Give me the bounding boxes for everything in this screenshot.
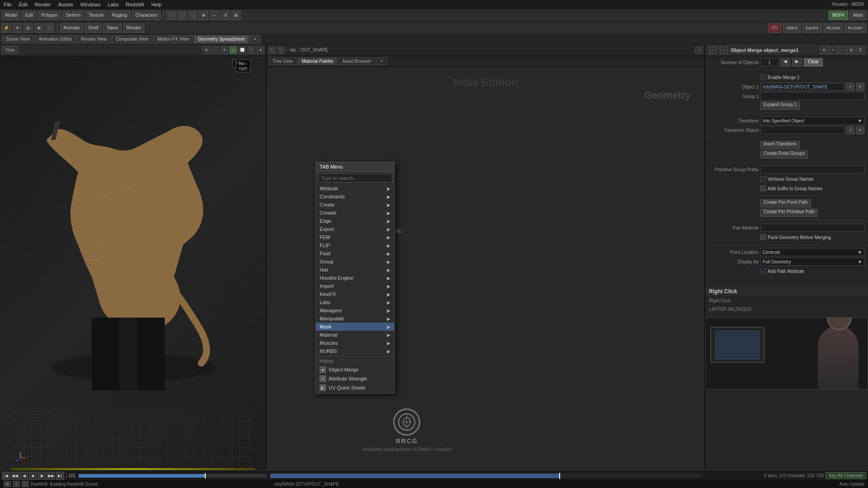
create-per-point-path-btn[interactable]: Create Per-Point Path — [760, 199, 811, 207]
tab-tree-view[interactable]: Tree View — [269, 57, 297, 65]
vp-tb-icon2[interactable]: ↔ — [212, 47, 219, 54]
tab-menu-item-managers[interactable]: Managers ▶ — [316, 306, 394, 314]
tb2-icon2[interactable]: ☀ — [13, 23, 22, 33]
tab-menu-recent-objectmerge[interactable]: ◈ Object Merge — [316, 365, 394, 374]
tb-icon6[interactable]: ↺ — [221, 11, 230, 20]
num-objects-input[interactable] — [760, 58, 778, 66]
tb-icon2[interactable]: ⬛ — [177, 11, 186, 20]
tab-menu-item-fluid[interactable]: Fluid ▶ — [316, 249, 394, 258]
tab-menu-item-group[interactable]: Group ▶ — [316, 258, 394, 266]
pair-attribute-value[interactable] — [760, 224, 864, 232]
tab-menu-recent-attrwrangle[interactable]: ✎ Attribute Wrangle — [316, 374, 394, 383]
transform-object-browse[interactable]: ↗ — [846, 126, 854, 134]
tb2-icon5[interactable]: 🎵 — [45, 23, 54, 33]
tab-geometry-spreadsheet[interactable]: Geometry Spreadsheet — [194, 35, 249, 43]
rp-icon-left2[interactable]: → — [720, 46, 728, 54]
display-as-dropdown[interactable]: Full Geometry ▼ — [760, 258, 864, 266]
mode-select[interactable]: Model — [2, 11, 20, 20]
tab-render-view[interactable]: Render View — [77, 35, 111, 43]
tb-icon3[interactable]: ⬛ — [188, 11, 197, 20]
viewport-content[interactable]: Perso No cam — [0, 56, 266, 470]
num-objects-up-btn[interactable]: ▶ — [792, 58, 802, 66]
menu-labs[interactable]: Labs — [106, 2, 120, 7]
tab-menu-item-kinefx[interactable]: KineFX ▶ — [316, 290, 394, 298]
tab-menu-item-crowds[interactable]: Crowds ▶ — [316, 209, 394, 217]
tab-menu-item-fem[interactable]: FEM ▶ — [316, 233, 394, 241]
verbose-group-names-checkbox[interactable]: ✓ — [760, 176, 766, 182]
status-icon2[interactable]: ⊙ — [13, 481, 20, 487]
tb-icon1[interactable]: ⬛ — [166, 11, 175, 20]
key-all-channels-btn[interactable]: Key All Channels — [826, 472, 866, 479]
primitive-group-prefix-value[interactable] — [760, 165, 864, 174]
tab-menu-item-material[interactable]: Material ▶ — [316, 331, 394, 339]
tab-menu-item-edge[interactable]: Edge ▶ — [316, 217, 394, 225]
main-dropdown[interactable]: Main — [850, 11, 866, 20]
tab-menu-item-manipulate[interactable]: Manipulate ▶ — [316, 314, 394, 323]
rs-btn[interactable]: RS — [769, 23, 781, 33]
tab-menu-recent-uvquickshade[interactable]: ◧ UV Quick Shade — [316, 383, 394, 392]
menu-file[interactable]: File — [2, 2, 14, 7]
tb2-icon4[interactable]: ⊕ — [34, 23, 43, 33]
tab-menu-item-nurbs[interactable]: NURBS ▶ — [316, 347, 394, 355]
tl-play-rev-btn[interactable]: ◀ — [20, 472, 28, 480]
tab-menu-item-constraints[interactable]: Constraints ▶ — [316, 192, 394, 201]
tb2-render[interactable]: Render — [123, 23, 145, 33]
transform-object-clear[interactable]: ✕ — [856, 126, 864, 134]
tb2-extra2[interactable]: GeoFX — [802, 23, 822, 33]
tab-menu-item-muscles[interactable]: Muscles ▶ — [316, 339, 394, 347]
tab-menu-search-input[interactable] — [318, 174, 392, 183]
tb2-extra1[interactable]: ObjFX — [783, 23, 801, 33]
pack-geometry-checkbox[interactable]: □ — [760, 235, 766, 240]
tab-menu-item-houdiniengine[interactable]: Houdini Engine ▶ — [316, 274, 394, 282]
create-per-primitive-path-btn[interactable]: Create Per-Primitive Path — [760, 209, 818, 217]
tb-icon7[interactable]: ⊞ — [231, 11, 241, 20]
rigging-btn[interactable]: Rigging — [108, 11, 130, 20]
tab-menu-item-import[interactable]: Import ▶ — [316, 282, 394, 290]
polygon-btn[interactable]: Polygon — [38, 11, 61, 20]
tb2-takes[interactable]: Takes — [103, 23, 121, 33]
point-location-dropdown[interactable]: Centroid ▼ — [760, 248, 864, 256]
menu-windows[interactable]: Windows — [79, 2, 103, 7]
vp-tb-icon7[interactable]: ⊕ — [257, 47, 264, 54]
status-icon1[interactable]: ⊞ — [4, 481, 11, 487]
tab-composite-view[interactable]: Composite View — [112, 35, 152, 43]
object1-value[interactable]: /obj/MAIN-SETUP/OUT_SHAPE — [760, 83, 844, 91]
path-item-obj[interactable]: obj — [290, 47, 296, 52]
tb2-icon3[interactable]: ◎ — [24, 23, 33, 33]
object1-browse-btn[interactable]: ↗ — [846, 83, 854, 91]
tb-icon4[interactable]: ⊕ — [199, 11, 208, 20]
tb-icon5[interactable]: ↔ — [210, 11, 219, 20]
tl-prev-btn[interactable]: ◀◀ — [11, 472, 19, 480]
tab-menu-item-hair[interactable]: Hair ▶ — [316, 266, 394, 274]
insert-transform-btn[interactable]: Insert Transform — [760, 141, 800, 149]
tab-asset-browser[interactable]: Asset Browser — [338, 57, 375, 65]
rp-layout-icon[interactable]: ⊞ — [847, 46, 855, 54]
mdfk-dropdown[interactable]: MDFK — [829, 11, 848, 20]
tb2-animate[interactable]: Animate — [60, 23, 83, 33]
tab-menu-item-export[interactable]: Export ▶ — [316, 225, 394, 233]
edit-btn[interactable]: Edit — [22, 11, 36, 20]
tb2-extra4[interactable]: RLGnd+ — [844, 23, 866, 33]
menu-render[interactable]: Render — [33, 2, 53, 7]
menu-edit[interactable]: Edit — [17, 2, 29, 7]
tab-menu-item-mask[interactable]: Mask ▶ — [316, 323, 394, 331]
middle-timeline-track[interactable] — [270, 474, 702, 478]
vp-tb-icon1[interactable]: ⊞ — [203, 47, 210, 54]
tab-scene-view[interactable]: Scene View — [2, 35, 34, 43]
rp-zoom-out-icon[interactable]: − — [838, 46, 846, 54]
tl-play-btn[interactable]: ▶ — [38, 472, 46, 480]
tl-next-btn[interactable]: ▶▶ — [47, 472, 55, 480]
texture-btn[interactable]: Texture — [85, 11, 107, 20]
mp-icon1[interactable]: ⬛ — [269, 47, 276, 54]
tl-end-btn[interactable]: ▶| — [56, 472, 64, 480]
viewport-3d[interactable]: ⬚ ✛ ↺ ⊞ ⊕ ⊙ 📷 💡 ⬛ ⬛ ⬛ ⬛ ⬛ ⬛ ⊕ ⊙ ⬛ — [0, 56, 266, 470]
vp-tb-icon3[interactable]: ⊕ — [221, 47, 228, 54]
menu-help[interactable]: Help — [150, 2, 164, 7]
expand-group1-btn[interactable]: Expand Group 1 — [760, 102, 800, 110]
tl-start-btn[interactable]: |◀ — [2, 472, 10, 480]
mp-icon2[interactable]: ⬛ — [278, 47, 285, 54]
enable-merge-checkbox[interactable]: ✓ — [760, 75, 766, 80]
tab-motion-fx[interactable]: Motion FX View — [153, 35, 193, 43]
rp-zoom-in-icon[interactable]: + — [829, 46, 837, 54]
vp-tb-icon6[interactable]: ⬛ — [248, 47, 255, 54]
